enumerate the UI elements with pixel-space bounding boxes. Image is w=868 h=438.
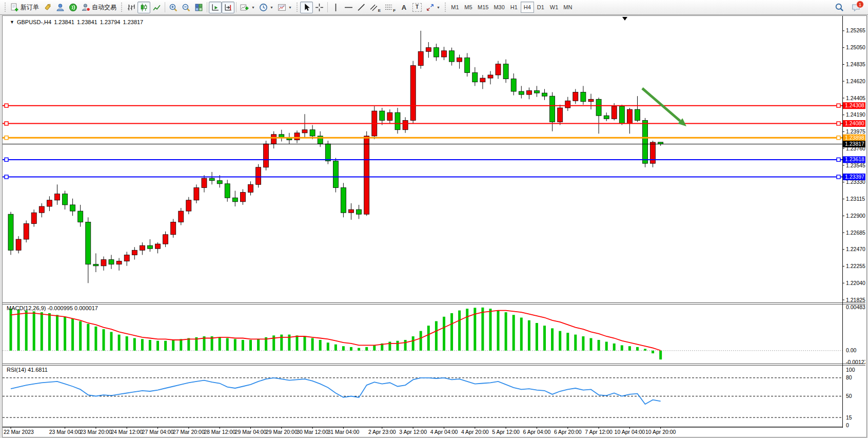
svg-text:1.23115: 1.23115 (846, 196, 865, 202)
svg-text:7 Apr 12:00: 7 Apr 12:00 (585, 429, 613, 435)
zoom-in-icon (169, 3, 177, 12)
svg-text:1.23397: 1.23397 (845, 174, 864, 180)
svg-text:4 Apr 20:00: 4 Apr 20:00 (461, 429, 489, 435)
indicators-button[interactable]: ▼ (238, 2, 257, 13)
autoscroll-button[interactable] (209, 2, 222, 13)
channel-e-glyph: E (378, 9, 381, 13)
chart-group: ▼ ▼ ▼ (125, 2, 294, 13)
new-order-button[interactable]: 新订单 (8, 2, 41, 13)
chat-bubble-icon: 1 (851, 3, 861, 12)
svg-text:30 Mar 12:00: 30 Mar 12:00 (297, 429, 328, 435)
svg-text:10 Apr 20:00: 10 Apr 20:00 (645, 429, 676, 435)
horizontal-line-button[interactable] (342, 2, 355, 13)
dropdown-caret-icon: ▼ (437, 6, 440, 9)
line-chart-button[interactable] (150, 2, 163, 13)
search-button[interactable] (833, 2, 846, 13)
crayon-icon (43, 3, 52, 12)
autotrading-button[interactable]: 自动交易 (80, 2, 119, 13)
svg-text:5 Apr 12:00: 5 Apr 12:00 (492, 429, 520, 435)
horizontal-line-icon (344, 3, 353, 12)
bar-chart-icon (127, 3, 135, 12)
styler-button[interactable] (41, 2, 54, 13)
trendline-button[interactable] (355, 2, 368, 13)
text-button[interactable]: A (398, 2, 410, 13)
chart-shift-icon (224, 3, 232, 12)
price-badge-1.23817: 1.23817 (843, 141, 865, 147)
tile-windows-button[interactable] (192, 2, 205, 13)
signal-icon (69, 3, 77, 12)
dropdown-caret-icon: ▼ (251, 6, 255, 9)
svg-text:100: 100 (846, 367, 855, 373)
price-badge-1.24308: 1.24308 (843, 102, 865, 109)
svg-text:1.23975: 1.23975 (846, 128, 865, 135)
label-t-glyph: T (416, 5, 419, 10)
svg-text:1.22255: 1.22255 (846, 263, 865, 269)
svg-text:1.23817: 1.23817 (845, 141, 864, 147)
svg-text:1.22900: 1.22900 (846, 213, 865, 219)
trendline-icon (357, 3, 366, 12)
candlestick-chart-icon (140, 3, 148, 12)
price-badge-1.23618: 1.23618 (843, 156, 865, 163)
indicators-icon (240, 3, 249, 12)
channel-icon (370, 3, 378, 12)
svg-text:23 Mar 20:00: 23 Mar 20:00 (80, 429, 112, 435)
fibonacci-icon (385, 3, 392, 12)
svg-text:6 Apr 20:00: 6 Apr 20:00 (554, 429, 582, 435)
periods-button[interactable]: ▼ (257, 2, 275, 13)
vertical-line-button[interactable] (329, 2, 342, 13)
profile-button[interactable] (54, 2, 67, 13)
svg-text:1.24190: 1.24190 (846, 111, 865, 118)
chart-shift-button[interactable] (222, 2, 234, 13)
svg-text:27 Mar 04:00: 27 Mar 04:00 (142, 429, 174, 435)
toolbar-grip (444, 3, 446, 12)
text-label-button[interactable]: T (410, 2, 424, 13)
line-chart-icon (152, 3, 161, 12)
bar-chart-button[interactable] (125, 2, 137, 13)
zoom-out-button[interactable] (180, 2, 192, 13)
svg-text:31 Mar 04:00: 31 Mar 04:00 (327, 429, 359, 435)
clock-icon (259, 3, 268, 12)
svg-text:2 Apr 23:00: 2 Apr 23:00 (368, 429, 396, 435)
vertical-line-icon (331, 3, 340, 12)
price-chart-canvas[interactable]: 1.252651.250501.248351.246201.244051.241… (3, 16, 865, 436)
label-tool-icon: T (412, 3, 422, 12)
template-icon (278, 3, 286, 12)
timeframe-m30[interactable]: M30 (491, 2, 507, 13)
fibonacci-button[interactable]: F (383, 2, 398, 13)
svg-text:1.22470: 1.22470 (846, 246, 865, 252)
timeframe-m15[interactable]: M15 (475, 2, 491, 13)
notifications-button[interactable]: 1 (849, 2, 863, 13)
svg-text:1.24405: 1.24405 (846, 95, 865, 101)
line-studies-group: E F A T ▼ (300, 2, 442, 13)
timeframe-h1[interactable]: H1 (507, 2, 521, 13)
cursor-button[interactable] (300, 2, 313, 13)
arrows-button[interactable]: ▼ (424, 2, 442, 13)
svg-text:29 Mar 04:00: 29 Mar 04:00 (235, 429, 267, 435)
timeframe-d1[interactable]: D1 (534, 2, 547, 13)
svg-text:28 Mar 12:00: 28 Mar 12:00 (204, 429, 235, 435)
candlestick-chart-button[interactable] (137, 2, 150, 13)
timeframe-mn[interactable]: MN (561, 2, 575, 13)
equidistant-channel-button[interactable]: E (368, 2, 383, 13)
timeframe-h4[interactable]: H4 (521, 2, 534, 13)
notification-badge: 1 (856, 1, 864, 8)
svg-text:50: 50 (846, 393, 852, 399)
svg-text:1.21825: 1.21825 (846, 297, 865, 303)
timeframe-m5[interactable]: M5 (462, 2, 475, 13)
toolbar-grip (296, 3, 298, 12)
signals-button[interactable] (67, 2, 80, 13)
svg-text:6 Apr 04:00: 6 Apr 04:00 (523, 429, 551, 435)
svg-text:24 Mar 12:00: 24 Mar 12:00 (111, 429, 143, 435)
price-badge-1.23397: 1.23397 (843, 174, 865, 180)
svg-text:1.23898: 1.23898 (845, 135, 864, 141)
svg-text:0.004831: 0.004831 (846, 304, 865, 310)
timeframe-w1[interactable]: W1 (547, 2, 561, 13)
timeframe-m1[interactable]: M1 (448, 2, 462, 13)
zoom-in-button[interactable] (167, 2, 180, 13)
svg-text:3 Apr 12:00: 3 Apr 12:00 (399, 429, 427, 435)
search-icon (835, 3, 844, 12)
separator (236, 2, 236, 12)
templates-button[interactable]: ▼ (275, 2, 294, 13)
svg-text:1.24308: 1.24308 (845, 102, 864, 108)
crosshair-button[interactable] (313, 2, 326, 13)
